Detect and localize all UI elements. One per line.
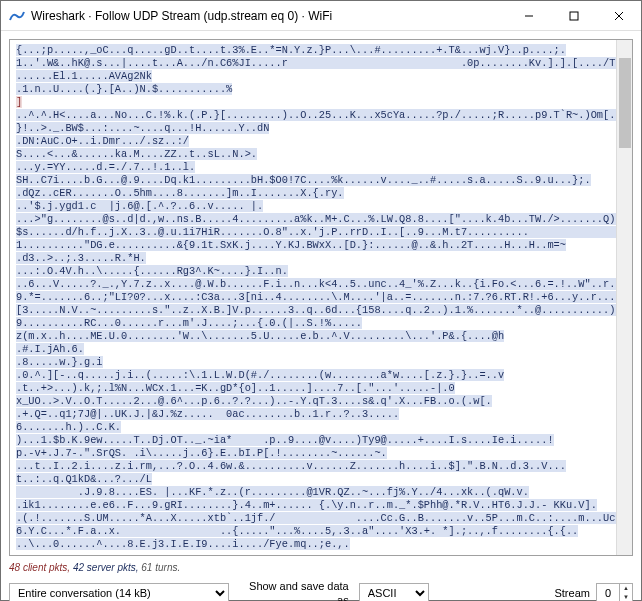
stream-line: .0.^.][-..q.....j.i..(.....:\.1.L.W.D(#.… [16, 369, 504, 381]
stream-line: z(m.x..h....ME.U.0........'W..\.......5.… [16, 330, 504, 342]
stream-line: p.-v+.J.7-.".SrQS. .i\.....j..6}.E..bI.P… [16, 447, 387, 459]
stream-line: ......El.1.....AVAg2Nk [16, 70, 152, 82]
scrollbar-thumb[interactable] [619, 58, 631, 148]
stream-text[interactable]: {...;p.....,_oC...q.....gD..t....t.3%.E.… [10, 40, 616, 555]
packet-stats: 48 client pkts, 42 server pkts, 61 turns… [9, 562, 633, 573]
stream-line: x_UO..>.V..O.T.....2...@.6^...p.6..?.?..… [16, 395, 492, 407]
stream-line: .t..+>...).k,;.l%N...WCx.1...=K..gD*{o].… [16, 382, 455, 394]
client-pkts: 48 client pkts, [9, 562, 70, 573]
stream-text-frame: {...;p.....,_oC...q.....gD..t....t.3%.E.… [9, 39, 633, 556]
stream-line: 9.*=.......6..;"LI?0?...x....:C3a...3[ni… [16, 291, 616, 303]
stream-label: Stream [554, 587, 589, 599]
stream-line: .d3..>..;.3.....R.*H. [16, 252, 146, 264]
stream-line: ...:.O.4V.h..\.....{......Rg3^.K~....}.I… [16, 265, 288, 277]
window-buttons [506, 1, 641, 30]
stream-line: SH..C7i....b.G...@.9....Dq.k1.........bH… [16, 174, 591, 186]
stream-value: 0 [597, 587, 619, 599]
chevron-up-icon[interactable]: ▲ [620, 584, 632, 593]
close-button[interactable] [596, 1, 641, 30]
stream-line: ..'$.j.ygd1.c |j.6@.[.^.?..6..v..... |. [16, 200, 263, 212]
stream-line: 6.......h.)..C.K. [16, 421, 121, 433]
stream-line: ...t..I..2.i....z.i.rm,...?.O..4.6w.&...… [16, 460, 566, 472]
content-area: {...;p.....,_oC...q.....gD..t....t.3%.E.… [1, 31, 641, 601]
spinner-arrows[interactable]: ▲ ▼ [619, 584, 632, 601]
stream-line: {...;p.....,_oC...q.....gD..t....t.3%.E.… [16, 44, 566, 56]
follow-stream-window: Wireshark · Follow UDP Stream (udp.strea… [0, 0, 642, 601]
stream-line: .#.I.jAh.6. [16, 343, 84, 355]
show-save-label: Show and save data as [249, 580, 349, 601]
turns-count: 61 turns. [141, 562, 180, 573]
stream-spinner[interactable]: 0 ▲ ▼ [596, 583, 633, 602]
server-pkts: 42 server pkts, [73, 562, 139, 573]
conversation-select[interactable]: Entire conversation (14 kB) [9, 583, 229, 602]
vertical-scrollbar[interactable] [616, 40, 632, 555]
maximize-button[interactable] [551, 1, 596, 30]
stream-line: .DN:AuC.O+..i.Dmr.../.sz..:/ [16, 135, 189, 147]
stream-line: .ik1........e.e6..F...9.gRI........}.4..… [16, 499, 597, 511]
stream-line: 6.Y.C...*.F.a..x. ..{....."...%....5,.3.… [16, 525, 578, 537]
stream-line: ...y.=YY.....d.=./.7..!.1..l. [16, 161, 195, 173]
titlebar: Wireshark · Follow UDP Stream (udp.strea… [1, 1, 641, 31]
stream-line: .(.!.......S.UM.....*A...X.....xtb`..1jf… [16, 512, 616, 524]
stream-line: .dQz..cER.......O..5hm....8.......]m..I.… [16, 187, 344, 199]
stream-line: $s......d/h.f..j.X..3..@.u.1i7HiR.......… [16, 226, 616, 238]
wireshark-icon [9, 8, 25, 24]
conversation-row: Entire conversation (14 kB) Show and sav… [9, 579, 633, 601]
stream-line: }!..>._.BW$...:....~....q...!H......Y..d… [16, 122, 269, 134]
window-title: Wireshark · Follow UDP Stream (udp.strea… [31, 9, 506, 23]
stream-line: 1..'.W&..hK@.s...|....t...A.../n.C6%JI..… [16, 57, 616, 69]
stream-line: 1.........."DG.e..........&{9.1t.SxK.j..… [16, 239, 566, 251]
stream-line: .1.n..U....(.}.[A..)N.$...........% [16, 83, 232, 95]
stream-line: ..^.^.H<....a...No...C.!%.k.(.P.}[......… [16, 109, 616, 121]
stream-line: [3.....N.V..~.........s."..z..X.B.]V.p..… [16, 304, 616, 316]
stream-line: ...>"g........@s..d|d.,w..ns.B.....4....… [16, 213, 616, 225]
stream-line: )...1.$b.K.9ew.....T..Dj.OT.._.~ia* .p..… [16, 434, 554, 446]
stream-line: .+.Q=..q1;7J@|..UK.J.|&J.%z..... 0ac....… [16, 408, 399, 420]
svg-rect-1 [570, 12, 578, 20]
format-select[interactable]: ASCII [359, 583, 429, 602]
stream-line: .8.....w.}.g.i [16, 356, 103, 368]
stream-line: .J.9.8....ES. |...KF.*.z..(r.........@1V… [16, 486, 529, 498]
stream-line: ..\...0......^....8.E.j3.I.E.I9....i....… [16, 538, 350, 550]
stream-line: ..6...V.....?._.,Y.7.z..x....@.W.b......… [16, 278, 616, 290]
stream-line: S....<...&......ka.M....ZZ..t..sL..N.>. [16, 148, 257, 160]
minimize-button[interactable] [506, 1, 551, 30]
stream-line: ] [16, 96, 22, 108]
stream-line: t..:..q.Q1kD&...?.../L [16, 473, 152, 485]
chevron-down-icon[interactable]: ▼ [620, 593, 632, 601]
stream-line: 9..........RC...0......r...m'.J....;...{… [16, 317, 362, 329]
